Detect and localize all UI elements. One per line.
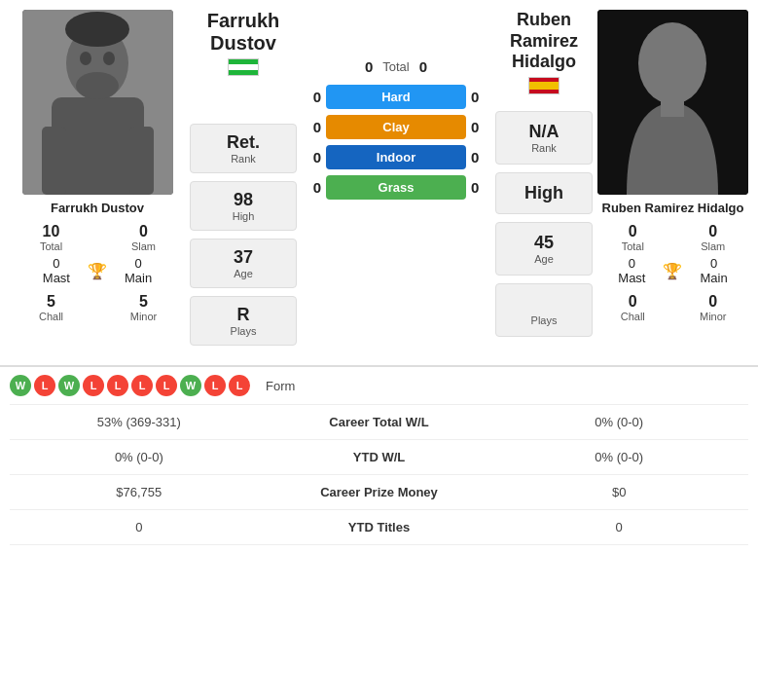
stats-row: 0% (0-0) YTD W/L 0% (0-0) bbox=[10, 440, 748, 475]
right-chall-value: 0 bbox=[597, 293, 668, 311]
left-stats-grid: 10 Total 0 Slam bbox=[10, 223, 185, 252]
left-minor-value: 5 bbox=[102, 293, 185, 311]
form-bubble: L bbox=[229, 375, 250, 396]
left-plays-value: R bbox=[206, 305, 280, 325]
total-row: 0 Total 0 bbox=[302, 58, 490, 75]
right-total-value: 0 bbox=[597, 223, 668, 240]
stats-center-label: YTD Titles bbox=[269, 510, 490, 545]
stats-row: 0 YTD Titles 0 bbox=[10, 510, 748, 545]
left-high-label: High bbox=[206, 210, 280, 222]
stats-left-value: 0 bbox=[10, 510, 269, 545]
stats-left-value: 53% (369-331) bbox=[10, 405, 269, 440]
left-player-name: Farrukh Dustov bbox=[51, 201, 144, 215]
left-age-value: 37 bbox=[206, 247, 280, 268]
left-slam-value: 0 bbox=[102, 223, 185, 240]
left-high-box: 98 High bbox=[190, 181, 297, 231]
left-clay-score: 0 bbox=[302, 119, 321, 135]
stats-right-value: 0% (0-0) bbox=[489, 405, 748, 440]
right-stat-panel: Ruben Ramirez Hidalgo N/A Rank High 45 A… bbox=[490, 10, 597, 346]
right-plays-box: Plays bbox=[495, 283, 593, 337]
stats-row: $76,755 Career Prize Money $0 bbox=[10, 475, 748, 510]
svg-rect-4 bbox=[129, 127, 154, 195]
stats-center-label: Career Total W/L bbox=[269, 405, 490, 440]
right-rank-value: N/A bbox=[504, 122, 584, 142]
stats-right-value: 0% (0-0) bbox=[489, 440, 748, 475]
left-lower-stats: 5 Chall 5 Minor bbox=[10, 293, 185, 322]
svg-point-8 bbox=[76, 72, 119, 99]
form-bubbles: WLWLLLLWLL bbox=[10, 375, 250, 396]
left-chall-value: 5 bbox=[10, 293, 92, 311]
left-player-photo bbox=[22, 10, 173, 195]
stats-table: 53% (369-331) Career Total W/L 0% (0-0) … bbox=[10, 405, 748, 545]
form-bubble: L bbox=[83, 375, 104, 396]
right-clay-score: 0 bbox=[471, 119, 490, 135]
svg-rect-11 bbox=[661, 97, 684, 117]
right-player-title-name1: Ruben Ramirez bbox=[495, 10, 593, 52]
left-player-title-name2: Dustov bbox=[207, 32, 279, 55]
left-indoor-score: 0 bbox=[302, 149, 321, 166]
surface-row-clay: 0 Clay 0 bbox=[302, 115, 490, 139]
right-lower-stats: 0 Chall 0 Minor bbox=[597, 293, 748, 322]
form-bubble: L bbox=[34, 375, 55, 396]
stats-right-value: 0 bbox=[489, 510, 748, 545]
svg-point-6 bbox=[103, 52, 115, 65]
right-high-value: High bbox=[504, 183, 584, 203]
right-player-title-name2: Hidalgo bbox=[495, 52, 593, 73]
right-player-card: Ruben Ramirez Hidalgo 0 Total 0 Slam 0 M… bbox=[597, 10, 748, 346]
stats-center-label: YTD W/L bbox=[269, 440, 490, 475]
right-rank-box: N/A Rank bbox=[495, 111, 593, 165]
right-slam-value: 0 bbox=[678, 223, 749, 240]
right-plays-value bbox=[504, 294, 584, 314]
surface-row-hard: 0 Hard 0 bbox=[302, 85, 490, 109]
svg-point-5 bbox=[80, 52, 91, 65]
clay-button[interactable]: Clay bbox=[326, 115, 466, 139]
left-rank-value: Ret. bbox=[206, 132, 280, 153]
right-age-box: 45 Age bbox=[495, 222, 593, 276]
right-age-value: 45 bbox=[504, 233, 584, 253]
stats-right-value: $0 bbox=[489, 475, 748, 510]
bottom-section: WLWLLLLWLL Form 53% (369-331) Career Tot… bbox=[0, 365, 758, 545]
left-plays-box: R Plays bbox=[190, 296, 297, 346]
left-grass-score: 0 bbox=[302, 179, 321, 196]
left-high-value: 98 bbox=[206, 190, 280, 210]
form-bubble: L bbox=[156, 375, 177, 396]
form-bubble: W bbox=[58, 375, 80, 396]
right-flag bbox=[495, 77, 593, 97]
hard-button[interactable]: Hard bbox=[326, 85, 466, 109]
left-rank-box: Ret. Rank bbox=[190, 124, 297, 173]
form-label: Form bbox=[266, 379, 295, 393]
left-trophy-row: 0 Mast 🏆 0 Main bbox=[43, 256, 152, 285]
left-flag bbox=[207, 58, 279, 79]
left-mast-value: 0 bbox=[43, 256, 70, 271]
stats-row: 53% (369-331) Career Total W/L 0% (0-0) bbox=[10, 405, 748, 440]
form-bubble: W bbox=[180, 375, 201, 396]
left-main-value: 0 bbox=[125, 256, 152, 271]
grass-button[interactable]: Grass bbox=[326, 175, 466, 200]
stats-left-value: 0% (0-0) bbox=[10, 440, 269, 475]
total-label: Total bbox=[382, 59, 409, 74]
form-row: WLWLLLLWLL Form bbox=[10, 367, 748, 405]
surface-row-indoor: 0 Indoor 0 bbox=[302, 145, 490, 169]
form-bubble: L bbox=[204, 375, 226, 396]
right-high-box: High bbox=[495, 172, 593, 214]
right-trophy-row: 0 Mast 🏆 0 Main bbox=[618, 256, 727, 285]
right-main-value: 0 bbox=[700, 256, 727, 271]
right-indoor-score: 0 bbox=[471, 149, 490, 166]
form-bubble: L bbox=[131, 375, 153, 396]
right-player-photo bbox=[597, 10, 748, 195]
right-trophy-icon: 🏆 bbox=[663, 262, 682, 280]
stats-left-value: $76,755 bbox=[10, 475, 269, 510]
right-rank-label: Rank bbox=[504, 142, 584, 154]
left-age-box: 37 Age bbox=[190, 239, 297, 288]
right-stats-grid: 0 Total 0 Slam bbox=[597, 223, 748, 252]
surface-panel: 0 Total 0 0 Hard 0 0 Clay 0 0 Indoor 0 0… bbox=[302, 10, 490, 346]
left-player-card: Farrukh Dustov 10 Total 0 Slam 0 Mast 🏆 … bbox=[10, 10, 185, 346]
right-total-score: 0 bbox=[419, 58, 427, 75]
left-age-label: Age bbox=[206, 268, 280, 279]
right-mast-value: 0 bbox=[618, 256, 645, 271]
svg-rect-3 bbox=[42, 127, 66, 195]
right-grass-score: 0 bbox=[471, 179, 490, 196]
indoor-button[interactable]: Indoor bbox=[326, 145, 466, 169]
left-plays-label: Plays bbox=[206, 325, 280, 337]
left-rank-label: Rank bbox=[206, 153, 280, 165]
